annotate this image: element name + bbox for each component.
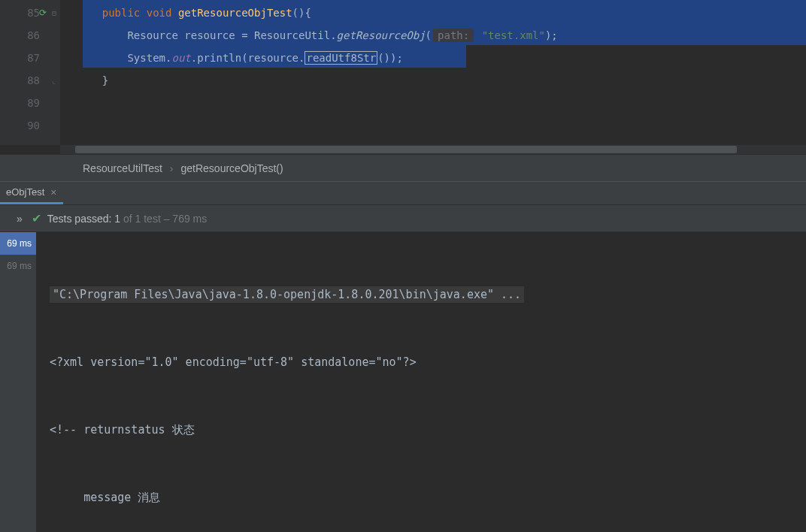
line-number: 90 xyxy=(27,119,40,131)
test-tree-item[interactable]: 69 ms xyxy=(0,232,36,255)
gutter-line[interactable]: 88 ⌞ xyxy=(0,69,59,92)
tab-label: eObjTest xyxy=(6,186,44,198)
gutter-line[interactable]: 86 xyxy=(0,24,59,47)
horizontal-scrollbar[interactable] xyxy=(60,145,806,154)
tool-window-tabs: eObjTest × xyxy=(0,181,806,205)
fold-icon[interactable]: ⊟ xyxy=(52,9,56,17)
line-number: 88 xyxy=(27,74,40,86)
static-method: getResourceObj xyxy=(337,29,426,41)
code-text: System. xyxy=(127,52,171,64)
console-line: "C:\Program Files\Java\java-1.8.0-openjd… xyxy=(50,283,792,306)
console-line: <!-- returnstatus 状态 xyxy=(50,419,792,441)
keyword: public xyxy=(102,7,141,19)
test-status-bar: » ✔ Tests passed: 1 of 1 test – 769 ms xyxy=(0,205,806,232)
run-test-icon[interactable]: ⟳ xyxy=(39,8,47,18)
line-number: 89 xyxy=(27,97,40,109)
gutter-line[interactable]: 85 ⟳ ⊟ xyxy=(0,2,59,24)
breadcrumb-item[interactable]: ResourceUtilTest xyxy=(83,162,162,174)
code-text: } xyxy=(102,74,108,86)
code-text: ()); xyxy=(377,52,403,64)
line-number: 87 xyxy=(27,52,40,64)
run-output-area: 69 ms 69 ms "C:\Program Files\Java\java-… xyxy=(0,232,806,532)
param-hint: path: xyxy=(433,29,474,42)
field: out xyxy=(171,52,190,64)
breadcrumb-item[interactable]: getResourceObjTest() xyxy=(181,162,283,174)
code-line[interactable] xyxy=(60,114,806,137)
gutter-line[interactable]: 90 xyxy=(0,114,59,137)
code-text: ); xyxy=(545,29,558,41)
highlighted-identifier: readUtf8Str xyxy=(305,51,377,65)
fold-end-icon[interactable]: ⌞ xyxy=(52,77,56,85)
command-line: "C:\Program Files\Java\java-1.8.0-openjd… xyxy=(50,286,524,303)
gutter-line[interactable]: 89 xyxy=(0,92,59,114)
editor-area: 85 ⟳ ⊟ 86 87 88 ⌞ 89 90 public void getR… xyxy=(0,0,806,154)
code-line[interactable] xyxy=(60,92,806,114)
gutter-line[interactable]: 87 xyxy=(0,47,59,69)
code-line[interactable]: } xyxy=(60,69,806,92)
gutter: 85 ⟳ ⊟ 86 87 88 ⌞ 89 90 xyxy=(0,0,60,145)
code-text: ( xyxy=(426,29,432,41)
breadcrumb: ResourceUtilTest › getResourceObjTest() xyxy=(0,154,806,181)
code-line[interactable]: public void getResourceObjTest(){ xyxy=(60,2,806,24)
check-icon: ✔ xyxy=(32,211,41,225)
tests-total-label: of 1 test – 769 ms xyxy=(120,213,207,225)
test-duration: 69 ms xyxy=(7,238,32,249)
console-line: message 消息 xyxy=(50,486,792,509)
code-line[interactable]: System.out.println(resource.readUtf8Str(… xyxy=(60,47,806,69)
scrollbar-thumb[interactable] xyxy=(75,146,737,153)
close-icon[interactable]: × xyxy=(50,186,56,198)
code-text: .println(resource. xyxy=(191,52,305,64)
run-tab[interactable]: eObjTest × xyxy=(0,182,63,204)
method-name: getResourceObjTest xyxy=(178,7,292,19)
keyword: void xyxy=(147,7,172,19)
test-tree: 69 ms 69 ms xyxy=(0,232,36,532)
test-tree-item[interactable]: 69 ms xyxy=(0,255,36,277)
breadcrumb-separator: › xyxy=(170,162,174,174)
code-text: Resource resource = ResourceUtil. xyxy=(127,29,336,41)
code-text: (){ xyxy=(292,7,311,19)
test-status-text: Tests passed: 1 of 1 test – 769 ms xyxy=(47,213,207,225)
test-duration: 69 ms xyxy=(7,261,32,271)
code-lines[interactable]: public void getResourceObjTest(){ Resour… xyxy=(60,0,806,145)
string-literal: "test.xml" xyxy=(482,29,545,41)
code-area: 85 ⟳ ⊟ 86 87 88 ⌞ 89 90 public void getR… xyxy=(0,0,806,145)
console-output[interactable]: "C:\Program Files\Java\java-1.8.0-openjd… xyxy=(36,232,806,532)
tests-passed-label: Tests passed: 1 xyxy=(47,213,120,225)
code-line[interactable]: Resource resource = ResourceUtil.getReso… xyxy=(60,24,806,47)
expand-icon[interactable]: » xyxy=(17,213,23,225)
line-number: 86 xyxy=(27,29,40,41)
line-number: 85 xyxy=(27,7,40,19)
console-line: <?xml version="1.0" encoding="utf-8" sta… xyxy=(50,351,792,373)
